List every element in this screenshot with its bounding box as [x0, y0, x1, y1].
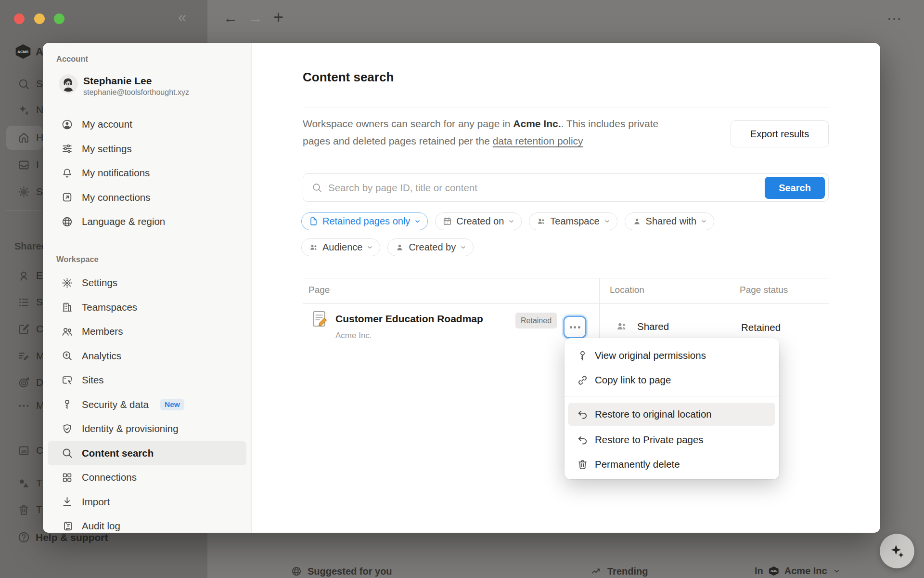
chevron-down-icon [366, 244, 373, 251]
workspace-name-partial: A [36, 46, 43, 58]
data-retention-policy-link[interactable]: data retention policy [493, 135, 583, 146]
menu-item-label: Permanently delete [595, 459, 680, 470]
filter-label: Created on [456, 216, 504, 227]
sidebar-item-sites[interactable]: Sites [48, 368, 246, 393]
search-icon [61, 447, 73, 459]
ai-sparkle-icon[interactable] [17, 104, 30, 117]
sidebar-item-teamspaces[interactable]: Teamspaces [48, 295, 246, 320]
back-arrow-icon[interactable]: ← [223, 10, 238, 26]
filter-created-on[interactable]: Created on [435, 212, 522, 230]
memo-doc-icon [309, 309, 329, 328]
window-more-icon[interactable]: … [886, 6, 904, 24]
sparkle-icon [889, 543, 905, 559]
trending-label: Trending [607, 566, 648, 577]
minimize-window-button[interactable] [34, 13, 45, 24]
workspace-section-header: Workspace [56, 255, 99, 264]
sidebar-label-partial: S [36, 78, 43, 90]
sidebar-item-my-account[interactable]: My account [48, 112, 246, 137]
menu-item-permanently-delete[interactable]: Permanently delete [568, 452, 775, 476]
people-icon [308, 242, 319, 252]
sidebar-label-partial: S [36, 186, 43, 197]
search-button[interactable]: Search [765, 177, 825, 199]
people-icon [615, 320, 628, 333]
trash-icon[interactable] [17, 503, 30, 516]
home-icon[interactable] [17, 131, 30, 144]
sidebar-item-my-settings[interactable]: My settings [48, 137, 246, 161]
collapse-sidebar-icon[interactable]: « [178, 9, 186, 26]
close-window-button[interactable] [14, 13, 25, 24]
row-more-button[interactable] [565, 317, 585, 337]
undo-arrow-icon [577, 434, 589, 446]
sidebar-item-content-search[interactable]: Content search [48, 441, 246, 466]
page-description: Workspace owners can search for any page… [303, 115, 673, 150]
workspace-filter-dropdown[interactable]: In ACME Acme Inc [755, 565, 841, 577]
sidebar-item-analytics[interactable]: Analytics [48, 344, 246, 368]
filter-teamspace[interactable]: Teamspace [529, 212, 617, 230]
workspace-menu: Settings Teamspaces Members Analytics Si… [43, 271, 251, 533]
result-page-title[interactable]: Customer Education Roadmap [335, 313, 483, 325]
sidebar-item-label: My notifications [82, 167, 150, 179]
key-icon [61, 398, 73, 410]
arrow-out-box-icon [61, 191, 73, 203]
location-value: Shared [637, 321, 669, 332]
sidebar-label-partial: C [36, 323, 43, 335]
person-profile-icon[interactable] [17, 269, 30, 282]
calendar-20-icon[interactable]: 20 [17, 444, 30, 457]
menu-item-label: Restore to Private pages [595, 434, 704, 446]
sidebar-label-partial: E [36, 270, 43, 281]
menu-item-view-original-permissions[interactable]: View original permissions [568, 343, 775, 368]
filter-created-by[interactable]: Created by [387, 238, 474, 256]
workspace-filter-label: Acme Inc [784, 565, 827, 577]
search-input[interactable] [328, 174, 828, 201]
gear-icon[interactable] [17, 185, 30, 198]
sidebar-item-audit-log[interactable]: Audit log [48, 514, 246, 533]
column-header-page-status: Page status [740, 285, 788, 295]
edit-square-icon[interactable] [17, 323, 30, 336]
person-circle-icon [61, 118, 73, 131]
suggested-for-you-tab[interactable]: Suggested for you [291, 565, 392, 577]
sidebar-item-connections[interactable]: Connections [48, 465, 246, 490]
new-badge: New [160, 399, 184, 410]
sidebar-item-identity-provisioning[interactable]: Identity & provisioning [48, 417, 246, 441]
filter-shared-with[interactable]: Shared with [625, 212, 715, 230]
key-icon [577, 350, 589, 362]
sidebar-item-members[interactable]: Members [48, 319, 246, 344]
sidebar-item-security-data[interactable]: Security & data New [48, 393, 246, 417]
export-results-button[interactable]: Export results [731, 120, 829, 147]
sidebar-label-partial: D [36, 377, 43, 388]
sidebar-divider [6, 210, 42, 211]
account-user-row[interactable]: Stephanie Lee stephanie@toolsforthought.… [59, 75, 189, 98]
sidebar-item-my-connections[interactable]: My connections [48, 185, 246, 210]
sidebar-item-label: My settings [82, 143, 132, 155]
menu-item-restore-private-pages[interactable]: Restore to Private pages [568, 428, 775, 452]
sidebar-item-language-region[interactable]: Language & region [48, 210, 246, 234]
compose-lines-icon[interactable] [17, 350, 30, 363]
more-dots-icon[interactable] [17, 399, 30, 412]
zoom-window-button[interactable] [54, 13, 64, 24]
trending-tab[interactable]: Trending [590, 565, 648, 577]
help-question-icon[interactable] [17, 531, 30, 544]
scroll-icon [61, 520, 73, 532]
menu-item-label: Restore to original location [595, 408, 712, 420]
shapes-icon[interactable] [17, 477, 30, 490]
menu-item-label: Copy link to page [595, 374, 671, 386]
inbox-icon[interactable] [17, 158, 30, 171]
filter-retained-pages-only[interactable]: Retained pages only [301, 212, 428, 230]
filter-audience[interactable]: Audience [301, 238, 380, 256]
sidebar-item-settings[interactable]: Settings [48, 271, 246, 295]
result-page-workspace: Acme Inc. [335, 331, 372, 341]
sidebar-item-import[interactable]: Import [48, 490, 246, 514]
menu-item-copy-link[interactable]: Copy link to page [568, 368, 775, 392]
search-icon[interactable] [17, 78, 30, 91]
forward-arrow-icon[interactable]: → [248, 10, 263, 26]
chevron-down-icon [833, 567, 841, 575]
sidebar-item-my-notifications[interactable]: My notifications [48, 161, 246, 185]
ai-assistant-fab[interactable] [880, 534, 914, 568]
globe-icon [291, 565, 302, 577]
target-icon[interactable] [17, 376, 30, 389]
menu-item-restore-original-location[interactable]: Restore to original location [568, 403, 775, 426]
new-tab-icon[interactable]: + [273, 7, 283, 27]
list-icon[interactable] [17, 296, 30, 309]
help-support-label[interactable]: Help & support [36, 532, 108, 543]
undo-arrow-icon [577, 408, 589, 420]
